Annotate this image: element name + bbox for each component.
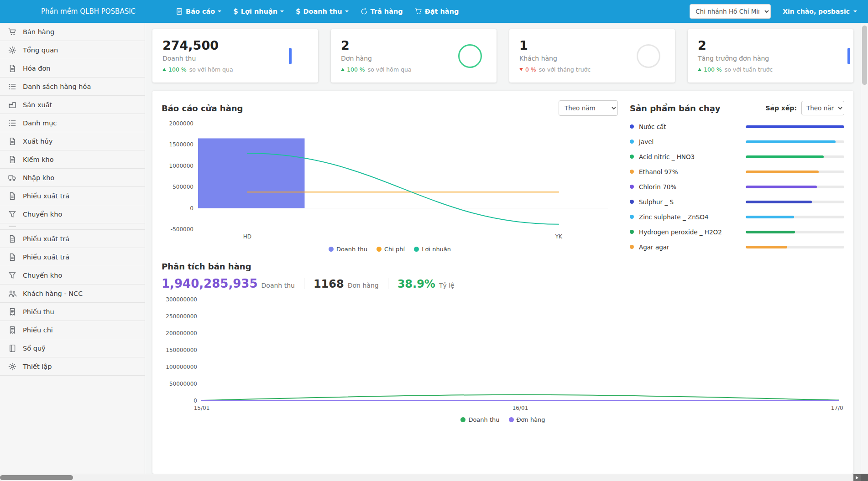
sidebar-item-chuyen-kho-2[interactable]: Chuyển kho	[0, 266, 145, 284]
svg-text:0: 0	[193, 398, 197, 404]
revenue-value: 1,940,285,935	[162, 277, 258, 290]
sidebar-item-tong-quan[interactable]: Tổng quan	[0, 41, 145, 59]
stat-trend: 0 %so với tháng trước	[519, 66, 591, 73]
legend-item[interactable]: Đơn hàng	[509, 416, 545, 423]
product-bar	[746, 231, 844, 233]
user-greeting: Xin chào, posbasic	[783, 8, 850, 15]
legend-item[interactable]: Lợi nhuận	[414, 246, 451, 253]
stat-card-tang-truong: 2Tăng trưởng đơn hàng100 %so với tuần tr…	[688, 29, 853, 83]
nav-item-tra-hang[interactable]: Trả hàng	[361, 0, 403, 23]
product-dot	[630, 155, 634, 159]
list-icon	[8, 119, 16, 127]
stat-card-don-hang: 2Đơn hàng100 %so với hôm qua	[331, 29, 497, 83]
branch-select[interactable]: Chi nhánh Hồ Chí Minh	[690, 4, 771, 19]
factory-icon	[8, 101, 16, 109]
doc-icon	[8, 155, 16, 164]
sidebar-item-nhap-kho[interactable]: Nhập kho	[0, 169, 145, 187]
sidebar-item-phieu-xuat-tra-3[interactable]: Phiếu xuất trả	[0, 248, 145, 266]
legend-item[interactable]: Doanh thu	[329, 246, 367, 253]
trend-percent: 100 %	[347, 66, 365, 73]
legend-item[interactable]: Chi phí	[376, 246, 405, 253]
sidebar-item-label: Phiếu xuất trả	[23, 253, 69, 261]
nav-item-bao-cao[interactable]: Báo cáo	[176, 0, 221, 23]
svg-text:-500000: -500000	[171, 226, 193, 233]
stat-label: Đơn hàng	[341, 55, 412, 62]
gear-icon	[8, 362, 16, 371]
sidebar-item-label: Phiếu xuất trả	[23, 235, 69, 243]
product-name: Zinc sulphate _ ZnSO4	[639, 213, 709, 221]
horizontal-scrollbar-thumb[interactable]	[0, 475, 73, 480]
user-menu[interactable]: Xin chào, posbasic	[780, 0, 860, 23]
vertical-scrollbar[interactable]	[861, 23, 868, 474]
stat-label: Khách hàng	[519, 55, 591, 62]
nav-item-loi-nhuan[interactable]: $Lợi nhuận	[233, 0, 284, 23]
sidebar-item-label: Xuất hủy	[23, 138, 52, 145]
sidebar: Bán hàngTổng quanHóa đơnDanh sách hàng h…	[0, 23, 145, 474]
sidebar-item-phieu-thu[interactable]: Phiếu thu	[0, 303, 145, 321]
stat-card-doanh-thu: 274,500Doanh thu100 %so với hôm qua	[152, 29, 318, 83]
sidebar-item-danh-muc[interactable]: Danh mục	[0, 114, 145, 132]
sales-analysis-section: Phân tích bán hàng 1,940,285,935 Doanh t…	[162, 262, 844, 424]
trend-up-icon	[341, 68, 345, 71]
nav-item-doanh-thu[interactable]: $Doanh thu	[296, 0, 349, 23]
trend-up-icon	[698, 68, 701, 71]
receipt-icon	[8, 326, 16, 334]
sidebar-item-xuat-huy[interactable]: Xuất hủy	[0, 132, 145, 150]
product-name: Agar agar	[639, 243, 669, 251]
stats-row: 274,500Doanh thu100 %so với hôm qua2Đơn …	[152, 29, 853, 83]
product-row: Hydrogen peroxide _ H2O2	[630, 224, 844, 239]
trend-up-icon	[162, 68, 166, 71]
product-dot	[630, 215, 634, 219]
store-report-legend: Doanh thuChi phíLợi nhuận	[162, 244, 618, 254]
legend-dot	[460, 417, 465, 422]
legend-dot	[329, 247, 334, 252]
dollar-icon: $	[296, 7, 300, 16]
receipt-icon	[8, 308, 16, 316]
sidebar-item-ban-hang[interactable]: Bán hàng	[0, 23, 145, 41]
svg-text:500000: 500000	[173, 184, 193, 190]
sidebar-item-khach-hang-ncc[interactable]: Khách hàng - NCC	[0, 284, 145, 303]
sidebar-item-hoa-don[interactable]: Hóa đơn	[0, 59, 145, 78]
sidebar-item-chuyen-kho-1[interactable]: Chuyển kho	[0, 205, 145, 223]
navbar-menu: Báo cáo$Lợi nhuận$Doanh thuTrả hàngĐặt h…	[176, 0, 459, 23]
top-navbar: Phần mềm QLBH POSBASIC Báo cáo$Lợi nhuận…	[0, 0, 868, 23]
sidebar-item-san-xuat[interactable]: Sản xuất	[0, 96, 145, 114]
sidebar-item-label: Khách hàng - NCC	[23, 290, 83, 297]
product-dot	[630, 124, 634, 129]
stat-trend: 100 %so với hôm qua	[162, 66, 233, 73]
legend-label: Đơn hàng	[517, 416, 545, 423]
revenue-label: Doanh thu	[261, 282, 295, 289]
sidebar-item-phieu-xuat-tra-2[interactable]: Phiếu xuất trả	[0, 230, 145, 248]
horizontal-scrollbar[interactable]	[0, 474, 861, 481]
cart-icon	[415, 8, 422, 15]
sidebar-item-phieu-chi[interactable]: Phiếu chi	[0, 321, 145, 339]
divider	[388, 278, 388, 289]
nav-item-dat-hang[interactable]: Đặt hàng	[415, 0, 459, 23]
sidebar-item-danh-sach-hang-hoa[interactable]: Danh sách hàng hóa	[0, 78, 145, 96]
return-icon	[361, 8, 368, 15]
store-report-title: Báo cáo cửa hàng	[162, 103, 243, 113]
svg-text:250000000: 250000000	[166, 313, 197, 320]
sidebar-item-so-quy[interactable]: Sổ quỹ	[0, 339, 145, 357]
sidebar-item-phieu-xuat-tra-1[interactable]: Phiếu xuất trả	[0, 187, 145, 205]
sidebar-item-label: Chuyển kho	[23, 211, 62, 218]
store-report-filter-select[interactable]: Theo năm	[559, 100, 618, 116]
product-row: Sulphur _ S	[630, 194, 844, 209]
product-dot	[630, 200, 634, 204]
sidebar-item-thiet-lap[interactable]: Thiết lập	[0, 357, 145, 376]
vertical-scrollbar-thumb[interactable]	[862, 26, 867, 85]
svg-text:300000000: 300000000	[166, 296, 197, 303]
legend-dot	[509, 417, 514, 422]
product-row: Nước cất	[630, 119, 844, 134]
product-name: Nước cất	[639, 123, 666, 130]
mini-donut-chart	[637, 44, 660, 68]
book-icon	[8, 344, 16, 352]
trend-percent: 100 %	[168, 66, 187, 73]
scrollbar-right-arrow-icon[interactable]	[853, 474, 861, 481]
rate-value: 38.9%	[397, 278, 435, 290]
sidebar-item-kiem-kho[interactable]: Kiểm kho	[0, 150, 145, 169]
cart-icon	[8, 28, 16, 36]
chevron-down-icon	[853, 10, 857, 14]
legend-item[interactable]: Doanh thu	[460, 416, 499, 423]
sort-select[interactable]: Theo năm	[801, 101, 844, 115]
